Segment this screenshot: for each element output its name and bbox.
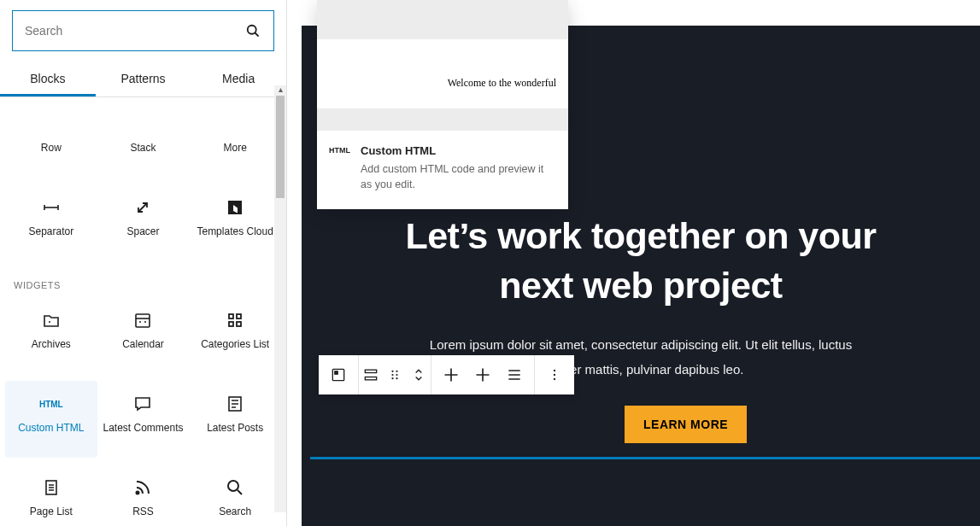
block-inserter-panel: Blocks Patterns Media Row Stack More xyxy=(0,0,287,526)
block-label: Spacer xyxy=(126,225,159,239)
drag-handle[interactable] xyxy=(383,355,407,394)
search-block-icon xyxy=(225,476,245,499)
block-label: Latest Posts xyxy=(207,422,263,435)
wide-align-button[interactable] xyxy=(431,355,471,394)
select-parent-button[interactable] xyxy=(359,355,383,394)
cta-button[interactable]: LEARN MORE xyxy=(625,406,747,443)
block-more[interactable]: More xyxy=(189,101,281,178)
search-input-wrapper[interactable] xyxy=(12,10,274,51)
svg-point-9 xyxy=(396,377,397,379)
block-page-list[interactable]: Page List xyxy=(5,465,97,526)
categories-icon xyxy=(225,309,245,331)
block-stack[interactable]: Stack xyxy=(97,101,190,178)
widgets-heading: WIDGETS xyxy=(0,265,286,294)
svg-rect-1 xyxy=(335,371,337,374)
svg-point-22 xyxy=(137,492,139,494)
templates-cloud-icon xyxy=(225,196,245,219)
svg-point-8 xyxy=(391,377,393,379)
block-templates-cloud[interactable]: Templates Cloud xyxy=(189,184,281,261)
block-label: Calendar xyxy=(122,338,164,352)
hero-title-line1: Let’s work together on your xyxy=(405,215,876,256)
html-icon: HTML xyxy=(39,393,63,415)
search-input[interactable] xyxy=(25,24,244,38)
block-label: Templates Cloud xyxy=(197,225,273,239)
block-label: Page List xyxy=(30,506,73,519)
svg-rect-19 xyxy=(237,322,241,326)
block-latest-comments[interactable]: Latest Comments xyxy=(97,381,190,458)
rss-icon xyxy=(132,476,153,499)
block-search[interactable]: Search xyxy=(189,465,281,526)
svg-rect-15 xyxy=(136,314,150,327)
svg-point-23 xyxy=(228,481,238,491)
block-label: Row xyxy=(41,142,62,155)
block-archives[interactable]: Archives xyxy=(5,297,97,374)
block-label: Separator xyxy=(28,225,73,239)
comments-icon xyxy=(132,393,153,415)
scrollbar[interactable]: ▴ xyxy=(274,85,286,512)
block-label: Custom HTML xyxy=(18,422,84,435)
tab-blocks[interactable]: Blocks xyxy=(0,61,96,96)
block-label: Categories List xyxy=(201,338,269,352)
block-type-button[interactable] xyxy=(319,355,358,394)
calendar-icon xyxy=(132,309,153,331)
align-button[interactable] xyxy=(495,355,534,394)
page-list-icon xyxy=(41,476,62,499)
tab-media[interactable]: Media xyxy=(191,61,286,96)
svg-point-12 xyxy=(554,378,555,380)
scroll-up-icon[interactable]: ▴ xyxy=(276,85,285,93)
scrollbar-thumb[interactable] xyxy=(276,96,285,198)
hero-title[interactable]: Let’s work together on your next web pro… xyxy=(302,211,980,310)
spacer-icon xyxy=(132,196,153,219)
block-separator[interactable]: Separator xyxy=(5,184,97,261)
svg-point-4 xyxy=(391,371,393,372)
block-label: RSS xyxy=(132,506,154,519)
more-options-button[interactable] xyxy=(535,355,574,394)
svg-point-11 xyxy=(554,374,555,376)
svg-rect-2 xyxy=(365,370,376,372)
block-label: More xyxy=(223,142,246,155)
svg-point-5 xyxy=(396,371,397,372)
svg-point-6 xyxy=(391,374,393,376)
move-updown-button[interactable] xyxy=(407,355,431,394)
block-label: Stack xyxy=(130,142,156,155)
block-spacer[interactable]: Spacer xyxy=(97,184,190,261)
tab-patterns[interactable]: Patterns xyxy=(96,61,191,96)
preview-block-desc: Add custom HTML code and preview it as y… xyxy=(361,162,556,192)
posts-icon xyxy=(225,393,245,415)
block-toolbar xyxy=(319,355,574,394)
preview-welcome-text: Welcome to the wonderful xyxy=(448,77,556,90)
block-categories-list[interactable]: Categories List xyxy=(189,297,281,374)
full-align-button[interactable] xyxy=(471,355,495,394)
block-label: Latest Comments xyxy=(103,422,183,435)
block-label: Search xyxy=(219,506,251,519)
block-row[interactable]: Row xyxy=(5,101,97,178)
svg-point-13 xyxy=(248,26,256,34)
preview-block-name: Custom HTML xyxy=(361,144,556,157)
html-icon: HTML xyxy=(329,146,350,155)
svg-rect-18 xyxy=(229,322,233,326)
inserter-tabs: Blocks Patterns Media xyxy=(0,61,286,97)
block-label: Archives xyxy=(32,338,71,352)
archives-icon xyxy=(41,309,62,331)
svg-rect-16 xyxy=(229,314,233,319)
block-preview-mock: Welcome to the wonderful xyxy=(317,0,568,131)
hero-title-line2: next web project xyxy=(499,265,782,306)
selected-block-outline xyxy=(310,457,980,459)
hero-sub-line1: Lorem ipsum dolor sit amet, consectetur … xyxy=(430,337,852,352)
svg-rect-3 xyxy=(365,377,376,380)
block-latest-posts[interactable]: Latest Posts xyxy=(189,381,281,458)
svg-rect-17 xyxy=(237,314,241,319)
search-icon xyxy=(244,22,261,39)
svg-point-7 xyxy=(396,374,397,376)
block-rss[interactable]: RSS xyxy=(97,465,190,526)
separator-icon xyxy=(41,196,62,219)
block-calendar[interactable]: Calendar xyxy=(97,297,190,374)
svg-point-10 xyxy=(554,370,555,371)
block-preview-popover: Welcome to the wonderful HTML Custom HTM… xyxy=(317,0,568,209)
block-custom-html[interactable]: HTML Custom HTML xyxy=(5,381,97,458)
